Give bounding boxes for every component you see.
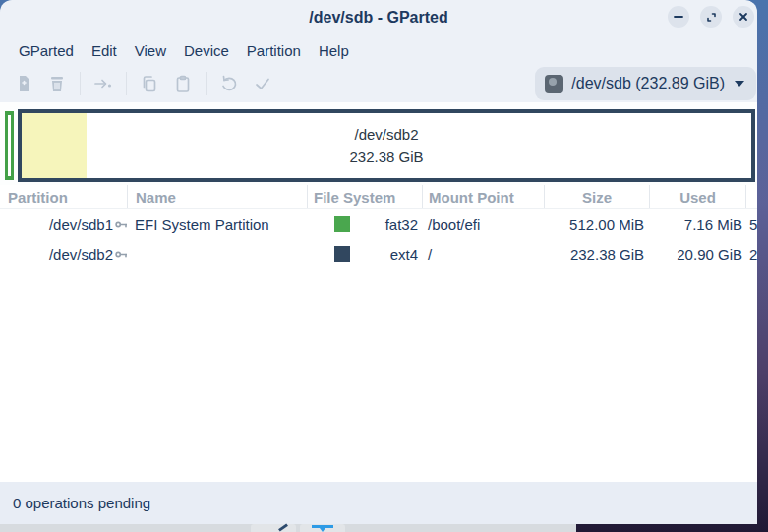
menu-view[interactable]: View [126, 39, 175, 62]
toolbar-separator [126, 72, 127, 95]
close-button[interactable] [733, 6, 754, 28]
column-header-size[interactable]: Size [544, 185, 649, 208]
toolbar-separator [206, 72, 207, 95]
column-header-partition[interactable]: Partition [0, 185, 127, 208]
minimize-button[interactable] [668, 6, 689, 28]
table-row-sdb1[interactable]: /dev/sdb1 EFI System Partition fat32 /bo… [0, 209, 757, 239]
partition-device: /dev/sdb1 [49, 216, 113, 233]
taskbar-fragment [0, 524, 576, 532]
copy-button[interactable] [133, 69, 166, 98]
disk-visual: /dev/sdb2 232.38 GiB [0, 102, 757, 185]
undo-button[interactable] [212, 69, 246, 98]
gparted-window: /dev/sdb - GParted GParted Edit View Dev… [0, 0, 757, 524]
partition-visual-label-size: 232.38 GiB [349, 146, 423, 168]
table-row-sdb2[interactable]: /dev/sdb2 ext4 / 232.38 GiB 20.90 GiB 2 [0, 239, 757, 268]
chevron-down-icon [735, 81, 744, 87]
mount-point: / [422, 246, 544, 263]
new-partition-button[interactable] [7, 69, 40, 98]
maximize-button[interactable] [700, 6, 722, 28]
partition-size: 232.38 GiB [544, 246, 649, 263]
partition-used-space [22, 113, 87, 178]
pending-operations-text: 0 operations pending [13, 495, 150, 511]
partition-table: Partition Name File System Mount Point S… [0, 185, 757, 268]
partition-visual-sdb2[interactable]: /dev/sdb2 232.38 GiB [18, 109, 755, 182]
filesystem-color-swatch [334, 216, 350, 232]
menu-partition[interactable]: Partition [238, 39, 310, 62]
menu-gparted[interactable]: GParted [10, 39, 83, 62]
toolbar: /dev/sdb (232.89 GiB) [0, 65, 757, 102]
resize-move-button[interactable] [87, 69, 120, 98]
column-header-file-system[interactable]: File System [307, 185, 422, 208]
statusbar: 0 operations pending [0, 482, 757, 524]
dock-app-icon [278, 523, 288, 531]
window-controls [668, 6, 754, 28]
partition-visual-sdb1[interactable] [5, 111, 14, 180]
key-icon [115, 250, 127, 259]
toolbar-separator [80, 72, 81, 95]
main-content: /dev/sdb2 232.38 GiB Partition Name File… [0, 102, 757, 482]
partition-unused-clipped: 2 [745, 246, 757, 263]
partition-visual-label-device: /dev/sdb2 [354, 123, 418, 146]
paste-button[interactable] [166, 69, 200, 98]
dock-icon-fragment[interactable] [300, 524, 345, 532]
partition-unused-clipped: 50 [745, 216, 757, 233]
device-selector[interactable]: /dev/sdb (232.89 GiB) [535, 67, 756, 100]
filesystem-type: ext4 [350, 246, 422, 263]
key-icon [115, 220, 127, 229]
menu-edit[interactable]: Edit [83, 39, 126, 62]
column-header-unused[interactable] [745, 185, 757, 208]
partition-unused-space [8, 115, 11, 176]
filesystem-color-swatch [334, 246, 350, 262]
column-header-used[interactable]: Used [649, 185, 745, 208]
partition-device: /dev/sdb2 [49, 246, 113, 263]
partition-name: EFI System Partition [127, 216, 307, 233]
window-title: /dev/sdb - GParted [0, 0, 757, 35]
dock-app-icon [312, 525, 333, 528]
apply-button[interactable] [246, 69, 279, 98]
partition-used: 7.16 MiB [649, 216, 745, 233]
table-header-row: Partition Name File System Mount Point S… [0, 185, 757, 209]
hard-drive-icon [545, 75, 563, 93]
partition-size: 512.00 MiB [544, 216, 649, 233]
menu-help[interactable]: Help [310, 39, 358, 62]
column-header-mount-point[interactable]: Mount Point [422, 185, 544, 208]
mount-point: /boot/efi [422, 216, 544, 233]
partition-used: 20.90 GiB [649, 246, 745, 263]
menu-device[interactable]: Device [175, 39, 238, 62]
menubar: GParted Edit View Device Partition Help [0, 35, 757, 65]
delete-partition-button[interactable] [40, 69, 74, 98]
dock-icon-fragment[interactable] [251, 524, 296, 532]
column-header-name[interactable]: Name [127, 185, 307, 208]
filesystem-type: fat32 [350, 216, 422, 233]
titlebar: /dev/sdb - GParted [0, 0, 757, 35]
device-selector-label: /dev/sdb (232.89 GiB) [571, 75, 725, 92]
